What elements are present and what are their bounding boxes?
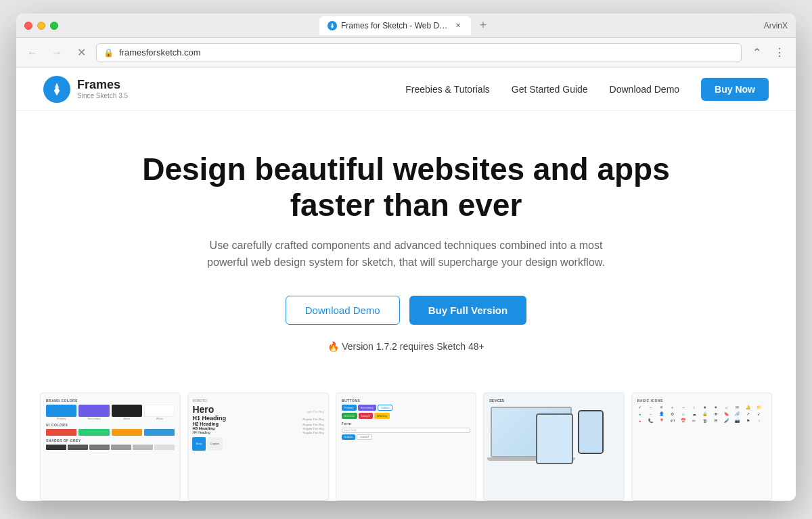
btn-warning-sample: Warning (374, 413, 390, 419)
back-button[interactable]: ← (23, 43, 42, 62)
form-submit-sample: Submit (342, 434, 355, 440)
version-badge: 🔥 Version 1.7.2 requires Sketch 48+ (43, 341, 769, 352)
rc-h2-label: Regular Thin Reg (303, 423, 324, 426)
rc-header: ROBOTO (192, 399, 323, 403)
maximize-button[interactable] (50, 22, 58, 30)
rc-h2-text: H2 Heading (192, 422, 219, 426)
url-bar[interactable]: 🔒 framesforsketch.com (96, 43, 742, 62)
logo-tagline: Since Sketch 3.5 (77, 92, 128, 99)
rc-tag-blue: Body (192, 437, 205, 451)
icon-trash: 🗑 (702, 418, 708, 424)
icon-gear: ⚙ (670, 411, 675, 417)
icon-calendar: 📅 (681, 418, 686, 424)
icon-heart: ♥ (713, 405, 719, 410)
titlebar: Frames for Sketch - Web Desi... ✕ + Arvi… (16, 14, 796, 38)
icon-tag: 🏷 (670, 418, 675, 424)
icon-bookmark: 🔖 (724, 411, 729, 417)
icon-phone: 📞 (648, 418, 654, 424)
icon-search: ⌕ (724, 405, 729, 410)
icons-title: BASIC ICONS (637, 399, 766, 403)
tab-favicon (328, 21, 337, 30)
btn-secondary-sample: Secondary (358, 405, 376, 411)
icon-edit: ✏ (692, 418, 697, 424)
icon-minus: − (648, 405, 654, 410)
icon-flag: ⚑ (746, 418, 751, 424)
logo-name: Frames (77, 78, 128, 92)
rc-hero-text: Hero (192, 404, 214, 415)
rc-h1-text: H1 Heading (192, 415, 226, 422)
nav-download-demo[interactable]: Download Demo (610, 84, 680, 95)
form-title: Form (342, 422, 470, 426)
icon-mic: 🎤 (724, 418, 729, 424)
icon-map: 📍 (659, 418, 664, 424)
tab-bar: Frames for Sketch - Web Desi... ✕ + (319, 16, 493, 35)
icon-circle-blue: ● (637, 411, 643, 417)
window-title: ArvinX (764, 21, 788, 30)
icon-dash2: – (648, 411, 654, 417)
form-input-sample: Input field... (342, 428, 470, 433)
download-demo-button[interactable]: Download Demo (286, 296, 400, 325)
icon-share: ↗ (746, 411, 751, 417)
icon-up: ↑ (757, 418, 762, 424)
device-phone (578, 410, 604, 454)
site-content: Frames Since Sketch 3.5 Freebies & Tutor… (16, 68, 796, 501)
preview-card-roboto: ROBOTO Hero Light Thin Reg H1 Heading Re… (187, 392, 328, 501)
icon-home: ⌂ (681, 411, 686, 417)
rc-h3-label: Regular Thin Reg (303, 427, 324, 430)
devices-title: DEVICES (484, 393, 623, 408)
nav-freebies[interactable]: Freebies & Tutorials (405, 84, 490, 95)
buy-full-version-button[interactable]: Buy Full Version (409, 296, 527, 325)
icon-x: ✕ (659, 405, 664, 410)
icon-folder: 📁 (757, 405, 762, 410)
icon-mail: ✉ (735, 405, 740, 410)
close-button[interactable] (24, 22, 32, 30)
nav-guide[interactable]: Get Started Guide (512, 84, 588, 95)
lock-icon: 🔒 (104, 48, 114, 58)
buttons-title: BUTTONS (342, 399, 470, 403)
rc-tag-gray: Caption (207, 437, 223, 451)
hero-title: Design beautiful websites and apps faste… (135, 152, 677, 223)
addressbar: ← → ✕ 🔒 framesforsketch.com ⌃ ⋮ (16, 38, 796, 68)
icon-link: 🔗 (735, 411, 740, 417)
new-tab-button[interactable]: + (474, 16, 493, 35)
preview-card-brand-colors: BRAND COLORS Primary Secondary Black (40, 392, 181, 501)
reload-button[interactable]: ✕ (72, 43, 91, 62)
icon-arrow: → (681, 405, 686, 410)
traffic-lights (24, 22, 58, 30)
icon-download: ↙ (757, 411, 762, 417)
rc-h4-text: H4 Heading (192, 430, 210, 434)
btn-danger-sample: Danger (359, 413, 373, 419)
version-text: 🔥 Version 1.7.2 requires Sketch 48+ (328, 341, 484, 352)
device-tablet (536, 413, 573, 464)
browser-tab[interactable]: Frames for Sketch - Web Desi... ✕ (319, 16, 471, 35)
hero-buttons: Download Demo Buy Full Version (43, 296, 769, 325)
icon-menu: ☰ (713, 418, 719, 424)
logo-icon (43, 76, 70, 103)
site-logo[interactable]: Frames Since Sketch 3.5 (43, 76, 128, 103)
preview-card-buttons: BUTTONS Primary Secondary Outline Succes… (336, 392, 476, 501)
icon-check: ✓ (637, 405, 643, 410)
hero-subtitle: Use carefully crafted components and adv… (196, 237, 616, 271)
rc-hero-label: Light Thin Reg (307, 410, 324, 413)
minimize-button[interactable] (37, 22, 45, 30)
preview-card-devices: DEVICES (483, 392, 624, 501)
bc-title: BRAND COLORS (46, 399, 175, 403)
translate-icon[interactable]: ⌃ (747, 43, 766, 62)
tab-close-icon[interactable]: ✕ (453, 21, 463, 30)
form-cancel-sample: Cancel (357, 434, 371, 440)
icon-star: ★ (702, 405, 708, 410)
tab-label: Frames for Sketch - Web Desi... (341, 21, 449, 30)
btn-success-sample: Success (342, 413, 357, 419)
btn-primary-sample: Primary (342, 405, 357, 411)
icon-cloud: ☁ (692, 411, 697, 417)
rc-h4-label: Regular Thin Reg (303, 431, 324, 434)
nav-buy-now[interactable]: Buy Now (701, 78, 769, 101)
menu-icon[interactable]: ⋮ (770, 43, 789, 62)
logo-text: Frames Since Sketch 3.5 (77, 78, 128, 99)
preview-card-icons: BASIC ICONS ✓ − ✕ + → ↓ ★ ♥ ⌕ ✉ 🔔 (631, 392, 772, 501)
icon-circle-red: ● (637, 418, 643, 424)
forward-button[interactable]: → (47, 43, 66, 62)
bc-ui-title: UI COLORS (46, 423, 175, 427)
icon-plus: + (670, 405, 675, 410)
url-text: framesforsketch.com (119, 47, 201, 58)
